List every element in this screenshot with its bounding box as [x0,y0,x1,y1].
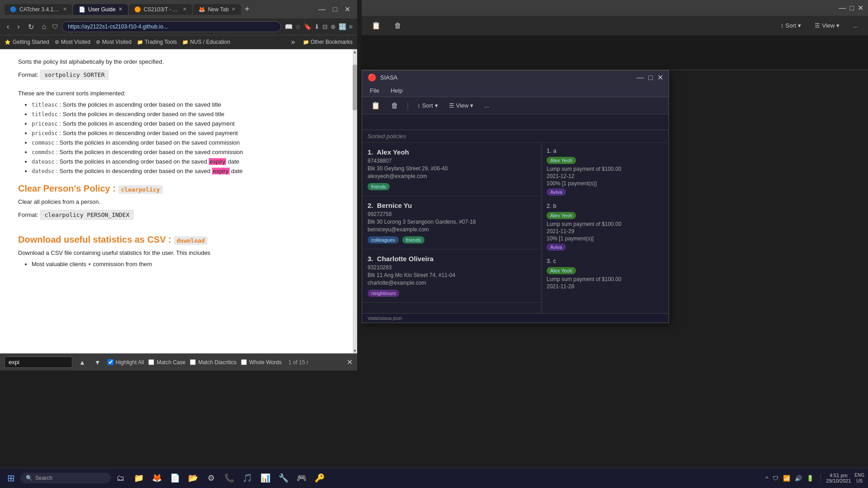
battery-icon[interactable]: 🔋 [806,474,815,483]
person-card-2[interactable]: 2. Bernice Yu 99272758 Blk 30 Lorong 3 S… [362,196,542,249]
tab-catcher-label: CATcher 3.4.1 - ... [19,6,60,13]
highlight-all-checkbox[interactable] [108,359,113,365]
bookmark-star-icon[interactable]: ☆ [295,23,301,30]
person-card-1[interactable]: 1. Alex Yeoh 87438807 Blk 30 Geylang Str… [362,143,542,196]
bg-more-btn[interactable]: ... [849,20,863,31]
taskbar: ⊞ 🔍 Search 🗂 📁 🦊 📄 📂 ⚙ 📞 🎵 📊 🔧 🎮 🔑 ^ 🛡 📶… [0,468,868,488]
siasa-maximize-btn[interactable]: □ [648,73,653,82]
siasa-more-btn[interactable]: ... [481,101,493,110]
download-icon[interactable]: ⬇ [314,23,320,30]
siasa-copy-btn[interactable]: 📋 [368,100,384,111]
siasa-app-icon: 🔴 [368,73,377,82]
tab-catcher[interactable]: 🔵 CATcher 3.4.1 - ... ✕ [5,4,72,15]
extensions-icon[interactable]: 🔣 [339,23,346,30]
bookmark-most-visited-1[interactable]: ⚙ Most Visited [55,39,90,45]
match-case-checkbox[interactable] [148,359,154,365]
volume-icon[interactable]: 🔊 [794,474,803,483]
tab-user-guide-close[interactable]: ✕ [118,6,123,12]
bookmark-other[interactable]: 📁 Other Bookmarks [303,39,353,45]
home-btn[interactable]: ⌂ [40,22,49,32]
bookmark-most-visited-2[interactable]: ⚙ Most Visited [96,39,132,45]
siasa-sort-btn[interactable]: ↕ Sort ▾ [414,101,441,110]
taskbar-icon-settings[interactable]: ⚙ [203,470,219,486]
taskbar-icon-app1[interactable]: 🔧 [275,470,292,486]
siasa-input-area[interactable] [362,114,669,130]
browser-minimize-btn[interactable]: — [316,4,328,14]
taskbar-icon-task-view[interactable]: 🗂 [113,470,129,486]
scroll-up-arrow[interactable]: ▲ [353,49,357,54]
siasa-menu-help[interactable]: Help [388,86,405,95]
policy-3-index: 3. c [547,258,664,264]
back-btn[interactable]: ‹ [5,22,11,32]
pocket-icon[interactable]: 🔖 [304,23,311,30]
tab-catcher-close[interactable]: ✕ [63,6,67,12]
match-diacritics-label[interactable]: Match Diacritics [190,359,236,366]
taskbar-icon-files[interactable]: 📁 [131,470,147,486]
new-tab-button[interactable]: + [242,4,252,15]
scroll-down-arrow[interactable]: ▼ [353,348,357,353]
page-scrollbar[interactable]: ▲ ▼ [353,49,357,353]
address-bar[interactable]: https://ay2122s1-cs2103-f10-4.github.io.… [62,21,281,32]
bg-close-btn[interactable]: ✕ [858,4,863,12]
bookmark-trading-tools[interactable]: 📁 Trading Tools [137,39,177,45]
bg-delete-icon[interactable]: 🗑 [390,20,406,32]
more-bookmarks-btn[interactable]: » [289,37,297,47]
taskbar-icon-key[interactable]: 🔑 [311,470,328,486]
bg-maximize-btn[interactable]: □ [849,4,854,12]
synced-tabs-icon[interactable]: ⊟ [322,23,328,30]
match-diacritics-checkbox[interactable] [190,359,196,365]
siasa-sort-icon: ↕ [417,102,420,109]
taskbar-icon-notes[interactable]: 📄 [167,470,183,486]
siasa-delete-btn[interactable]: 🗑 [387,100,402,111]
language-indicator[interactable]: ENG US [854,472,864,484]
toolbar-separator: | [407,102,409,110]
whole-words-checkbox[interactable] [241,359,247,365]
find-close-btn[interactable]: ✕ [347,358,353,366]
bookmark-nus-education[interactable]: 📁 NUS / Education [182,39,230,45]
network-icon[interactable]: 📶 [782,474,791,483]
siasa-command-input[interactable] [368,118,663,126]
taskbar-icon-phone[interactable]: 📞 [221,470,237,486]
highlight-all-label[interactable]: Highlight All [108,359,144,366]
menu-btn[interactable]: ≡ [349,23,353,30]
taskbar-time-display[interactable]: 4:51 pm 29/10/2021 [826,473,851,483]
siasa-minimize-btn[interactable]: — [637,73,644,82]
tab-newtab[interactable]: 🦊 New Tab ✕ [193,4,241,15]
find-next-btn[interactable]: ▼ [92,358,103,367]
find-prev-btn[interactable]: ▲ [77,358,88,367]
siasa-view-icon: ☰ [449,102,454,109]
reload-btn[interactable]: ↻ [26,22,36,32]
siasa-view-btn[interactable]: ☰ View ▾ [445,101,477,110]
system-tray-expand-icon[interactable]: ^ [764,474,769,483]
tab-newtab-close[interactable]: ✕ [231,6,236,12]
container-icon[interactable]: ⊕ [330,23,336,30]
bg-minimize-btn[interactable]: — [839,4,846,12]
browser-close-btn[interactable]: ✕ [342,4,353,14]
scroll-thumb[interactable] [353,65,357,110]
bg-view-btn[interactable]: ☰ View ▾ [810,20,844,31]
start-button[interactable]: ⊞ [4,470,19,486]
taskbar-icon-chart[interactable]: 📊 [257,470,274,486]
taskbar-icon-app2[interactable]: 🎮 [293,470,310,486]
browser-maximize-btn[interactable]: □ [330,4,340,14]
siasa-close-btn[interactable]: ✕ [657,73,663,82]
policy-3-detail1: Lump sum payment of $100.00 [547,276,664,282]
bookmark-getting-started[interactable]: ⭐ Getting Started [5,39,49,45]
taskbar-search-bar[interactable]: 🔍 Search [20,473,111,483]
bg-copy-icon[interactable]: 📋 [367,19,385,32]
whole-words-label[interactable]: Whole Words [241,359,282,366]
siasa-menu-file[interactable]: File [368,86,382,95]
forward-btn[interactable]: › [15,22,22,32]
tab-cs2103-close[interactable]: ✕ [183,6,187,12]
match-case-label[interactable]: Match Case [148,359,185,366]
tab-user-guide[interactable]: 📄 User Guide ✕ [73,4,128,15]
tab-cs2103[interactable]: 🟠 CS2103/T - Adr... ✕ [129,4,192,15]
bg-sort-btn[interactable]: ↕ Sort ▾ [776,20,806,31]
antivirus-icon[interactable]: 🛡 [772,474,779,483]
taskbar-icon-folder[interactable]: 📂 [185,470,201,486]
taskbar-icon-firefox[interactable]: 🦊 [149,470,165,486]
find-input[interactable] [5,357,72,368]
reader-icon[interactable]: 📖 [285,23,292,30]
taskbar-icon-media[interactable]: 🎵 [239,470,255,486]
person-card-3[interactable]: 3. Charlotte Oliveira 93210283 Blk 11 An… [362,249,542,303]
